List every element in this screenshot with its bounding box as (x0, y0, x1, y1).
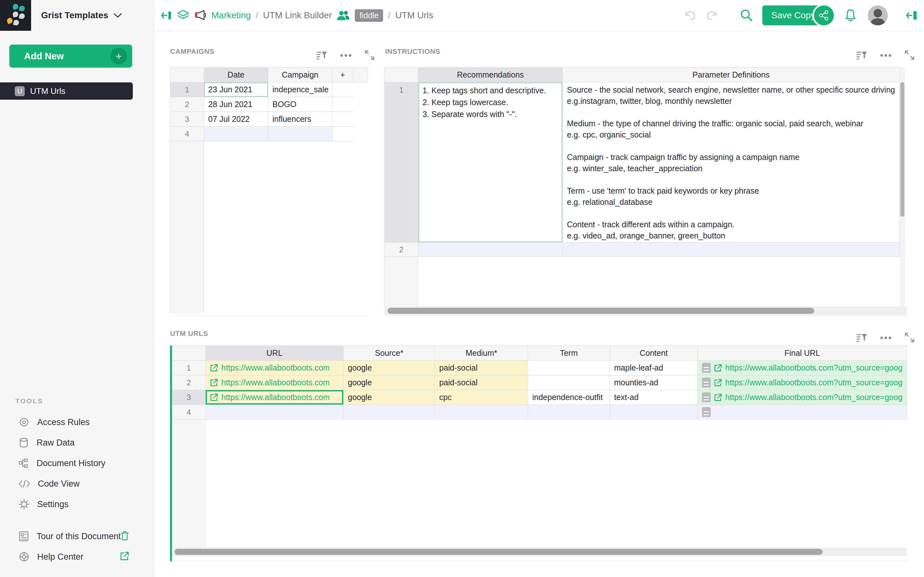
cell-recommendations[interactable]: 1. Keep tags short and descriptive. 2. K… (418, 82, 563, 243)
cell-term[interactable] (528, 405, 610, 420)
utm-horizontal-scrollbar[interactable] (172, 548, 907, 556)
column-header-content[interactable]: Content (610, 346, 698, 361)
breadcrumb-page[interactable]: UTM Urls (395, 10, 433, 21)
column-header-url[interactable]: URL (206, 346, 344, 361)
search-icon[interactable] (739, 8, 753, 23)
undo-icon[interactable] (683, 10, 697, 22)
cell-medium[interactable]: paid-social (435, 361, 528, 376)
notifications-bell-icon[interactable] (844, 8, 857, 23)
column-header-campaign[interactable]: Campaign (268, 68, 333, 82)
cell-content[interactable]: mounties-ad (610, 376, 698, 390)
cell-empty[interactable] (333, 82, 353, 97)
cell-term[interactable] (528, 376, 610, 390)
cell-source[interactable]: google (344, 361, 435, 376)
breadcrumb-site[interactable]: Marketing (212, 10, 251, 21)
avatar[interactable] (868, 5, 888, 25)
cell-url[interactable]: https://www.allabootboots.com (206, 390, 344, 405)
cell-campaign[interactable]: influencers (268, 112, 333, 127)
sidebar-item-document-tour[interactable]: Tour of this Document (0, 527, 154, 545)
expand-cell-icon[interactable] (702, 407, 711, 417)
expand-cell-icon[interactable] (702, 392, 711, 403)
trash-icon[interactable] (102, 530, 129, 542)
cell-date[interactable]: 07 Jul 2022 (204, 112, 268, 127)
sidebar-item-code-view[interactable]: Code View (0, 475, 154, 493)
column-header-term[interactable]: Term (528, 346, 610, 361)
cell-campaign[interactable] (268, 127, 333, 141)
cell-medium[interactable]: cpc (435, 390, 528, 405)
row-number[interactable]: 2 (384, 243, 418, 257)
sort-filter-icon[interactable] (856, 332, 867, 344)
scrollbar-thumb[interactable] (900, 82, 905, 217)
column-header-date[interactable]: Date (204, 68, 268, 82)
column-header-parameter-definitions[interactable]: Parameter Definitions (563, 68, 900, 82)
cell-date[interactable]: 28 Jun 2021 (204, 97, 268, 112)
cell-url[interactable] (206, 405, 344, 420)
redo-icon[interactable] (705, 10, 719, 22)
url-link[interactable]: https://www.allabootboots.com?utm_source… (725, 378, 903, 387)
sidebar-item-settings[interactable]: Settings (0, 495, 154, 513)
collapse-right-panel-icon[interactable] (906, 10, 919, 21)
row-number-header[interactable] (384, 68, 418, 82)
row-number-header[interactable] (172, 346, 206, 361)
sidebar-item-document-history[interactable]: Document History (0, 454, 154, 472)
external-link-icon[interactable] (101, 551, 129, 562)
cell-url[interactable]: https://www.allabootboots.com (206, 376, 344, 390)
more-options-icon[interactable] (880, 53, 892, 59)
add-column-button[interactable]: + (333, 68, 353, 82)
cell-date[interactable]: 23 Jun 2021 (204, 82, 268, 97)
cell-recommendations[interactable] (418, 243, 563, 257)
breadcrumb-doc[interactable]: UTM Link Builder (263, 10, 332, 21)
url-link[interactable]: https://www.allabootboots.com?utm_source… (725, 363, 903, 372)
cell-parameter-definitions[interactable]: Source - the social network, search engi… (563, 82, 900, 243)
row-number[interactable]: 1 (172, 361, 206, 376)
scrollbar-thumb[interactable] (388, 308, 814, 314)
sidebar-item-utm-urls[interactable]: U UTM Urls (0, 82, 133, 100)
expand-section-icon[interactable] (904, 332, 915, 344)
cell-url[interactable]: https://www.allabootboots.com (206, 361, 344, 376)
add-new-button[interactable]: Add New + (9, 45, 132, 68)
more-options-icon[interactable] (880, 335, 892, 341)
column-header-source[interactable]: Source* (344, 346, 435, 361)
url-link[interactable]: https://www.allabootboots.com (221, 378, 330, 387)
cell-final-url[interactable]: https://www.allabootboots.com?utm_source… (698, 376, 907, 390)
cell-content[interactable]: text-ad (610, 390, 698, 405)
row-number[interactable]: 2 (172, 376, 206, 390)
cell-empty[interactable] (333, 127, 353, 141)
cell-empty[interactable] (333, 97, 353, 112)
row-number[interactable]: 3 (170, 112, 204, 127)
cell-term[interactable]: independence-outfit (528, 390, 610, 405)
instructions-vertical-scrollbar[interactable] (900, 68, 905, 306)
cell-medium[interactable]: paid-social (435, 376, 528, 390)
column-header-recommendations[interactable]: Recommendations (418, 68, 563, 82)
cell-campaign[interactable]: BOGO (268, 97, 333, 112)
cell-source[interactable] (344, 405, 435, 420)
url-link[interactable]: https://www.allabootboots.com (221, 393, 330, 402)
sort-filter-icon[interactable] (316, 50, 328, 62)
more-options-icon[interactable] (340, 53, 352, 59)
cell-parameter-definitions[interactable] (563, 243, 900, 257)
url-link[interactable]: https://www.allabootboots.com?utm_source… (725, 393, 903, 402)
cell-final-url[interactable] (698, 405, 907, 420)
expand-section-icon[interactable] (364, 50, 375, 62)
cell-source[interactable]: google (344, 390, 435, 405)
workspace-selector[interactable]: Grist Templates (41, 0, 122, 31)
row-number[interactable]: 1 (384, 82, 418, 243)
cell-date[interactable] (204, 127, 268, 141)
share-icon[interactable] (813, 4, 835, 27)
sidebar-item-access-rules[interactable]: Access Rules (0, 413, 154, 431)
row-number[interactable]: 4 (172, 405, 206, 420)
sort-filter-icon[interactable] (856, 50, 867, 62)
cell-campaign[interactable]: indepence_sale (268, 82, 333, 97)
cell-content[interactable] (610, 405, 698, 420)
column-header-final-url[interactable]: Final URL (698, 346, 907, 361)
cell-content[interactable]: maple-leaf-ad (610, 361, 698, 376)
row-number[interactable]: 1 (170, 82, 204, 97)
cell-final-url[interactable]: https://www.allabootboots.com?utm_source… (698, 361, 907, 376)
cell-final-url[interactable]: https://www.allabootboots.com?utm_source… (698, 390, 907, 405)
url-link[interactable]: https://www.allabootboots.com (221, 363, 330, 372)
row-number[interactable]: 2 (170, 97, 204, 112)
grist-logo[interactable] (0, 0, 31, 31)
expand-section-icon[interactable] (904, 50, 915, 62)
cell-source[interactable]: google (344, 376, 435, 390)
expand-cell-icon[interactable] (702, 378, 711, 388)
